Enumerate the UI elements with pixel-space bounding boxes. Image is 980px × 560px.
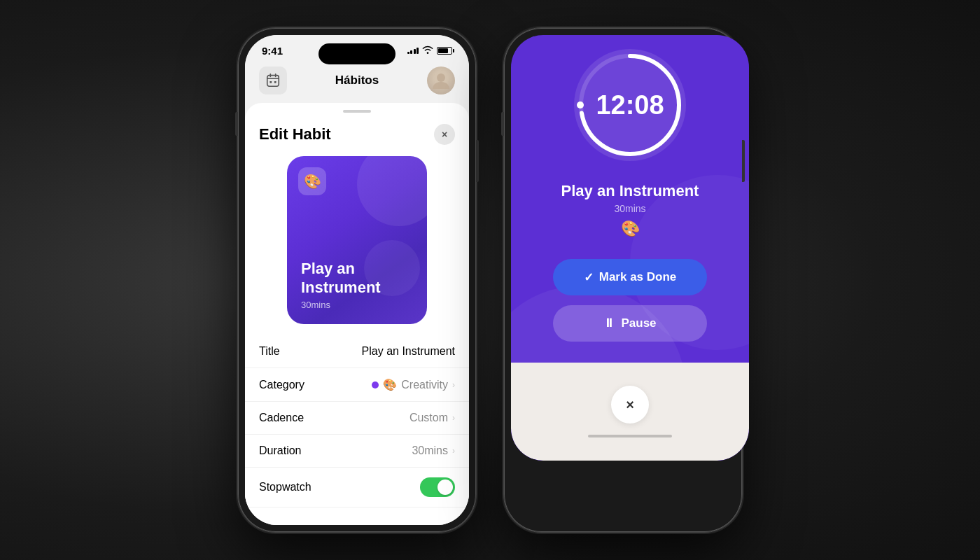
- timer-top: 12:08 Play an Instrument 30mins 🎨 ✓ Mark…: [511, 35, 749, 363]
- status-icons-1: [407, 46, 453, 56]
- form-list: Title Play an Instrument Category 🎨 Crea…: [245, 335, 469, 525]
- pause-button[interactable]: ⏸ Pause: [553, 305, 707, 342]
- app-title: Hábitos: [335, 74, 379, 88]
- timer-buttons: ✓ Mark as Done ⏸ Pause: [553, 259, 707, 349]
- battery-icon: [437, 47, 452, 55]
- status-time-1: 9:41: [262, 45, 283, 57]
- timer-habit-duration: 30mins: [614, 203, 645, 214]
- avatar-image: [427, 66, 455, 94]
- mark-done-button[interactable]: ✓ Mark as Done: [553, 259, 707, 295]
- phone-2: 12:08 Play an Instrument 30mins 🎨 ✓ Mark…: [504, 28, 742, 532]
- phone2-bottom: ×: [511, 363, 749, 461]
- form-label-category: Category: [259, 379, 304, 391]
- form-value-duration: 30mins ›: [412, 444, 455, 457]
- svg-rect-1: [270, 81, 272, 83]
- form-row-duration[interactable]: Duration 30mins ›: [245, 435, 469, 468]
- signal-icon: [407, 48, 419, 54]
- phones-container: 9:41: [238, 28, 742, 532]
- sheet-close-button[interactable]: ×: [434, 124, 455, 145]
- form-label-stopwatch: Stopwatch: [259, 481, 312, 493]
- close-timer-button[interactable]: ×: [611, 386, 649, 424]
- habit-card[interactable]: 🎨 Play an Instrument 30mins: [287, 156, 427, 324]
- habit-card-duration: 30mins: [301, 300, 413, 310]
- phone-1: 9:41: [238, 28, 476, 532]
- dynamic-island: [318, 43, 396, 64]
- phone2-screen: 12:08 Play an Instrument 30mins 🎨 ✓ Mark…: [511, 35, 749, 461]
- pause-icon: ⏸: [603, 316, 615, 330]
- timer-ring-container: 12:08: [574, 49, 686, 161]
- habit-card-name: Play an Instrument: [301, 260, 413, 297]
- form-row-category[interactable]: Category 🎨 Creativity ›: [245, 368, 469, 402]
- category-dot: [372, 382, 379, 388]
- stopwatch-toggle[interactable]: [420, 477, 455, 497]
- chevron-icon-3: ›: [452, 446, 455, 456]
- form-row-title[interactable]: Title Play an Instrument: [245, 335, 469, 368]
- checkmark-icon: ✓: [584, 270, 594, 285]
- timer-display: 12:08: [574, 49, 686, 161]
- phone1-screen: 9:41: [245, 35, 469, 525]
- form-label-title: Title: [259, 345, 280, 358]
- form-row-stopwatch[interactable]: Stopwatch: [245, 468, 469, 507]
- form-value-title: Play an Instrument: [362, 345, 455, 358]
- close-icon: ×: [626, 397, 634, 413]
- form-row-cadence[interactable]: Cadence Custom ›: [245, 402, 469, 435]
- wifi-icon: [422, 46, 433, 56]
- calendar-button[interactable]: [259, 66, 287, 94]
- svg-rect-2: [274, 81, 276, 83]
- form-value-cadence: Custom ›: [410, 412, 455, 424]
- habit-card-container: 🎨 Play an Instrument 30mins: [245, 145, 469, 335]
- avatar[interactable]: [427, 66, 455, 94]
- form-value-category: 🎨 Creativity ›: [372, 378, 455, 391]
- home-indicator: [588, 435, 672, 438]
- mark-done-label: Mark as Done: [599, 270, 677, 284]
- app-header: Hábitos: [245, 61, 469, 103]
- sheet-header: Edit Habit ×: [245, 113, 469, 145]
- svg-rect-0: [267, 76, 279, 87]
- sheet-title: Edit Habit: [259, 125, 331, 144]
- chevron-icon-2: ›: [452, 413, 455, 423]
- calendar-icon: [265, 73, 281, 88]
- timer-habit-name: Play an Instrument: [561, 182, 699, 200]
- pause-label: Pause: [621, 316, 656, 330]
- timer-habit-emoji: 🎨: [621, 220, 640, 238]
- category-emoji: 🎨: [383, 378, 397, 391]
- habit-card-emoji: 🎨: [298, 167, 326, 195]
- form-label-duration: Duration: [259, 444, 301, 457]
- chevron-icon: ›: [452, 380, 455, 390]
- form-label-cadence: Cadence: [259, 412, 304, 424]
- svg-point-3: [437, 74, 445, 82]
- edit-habit-sheet: Edit Habit × 🎨 Play an Instrument 30mins: [245, 103, 469, 525]
